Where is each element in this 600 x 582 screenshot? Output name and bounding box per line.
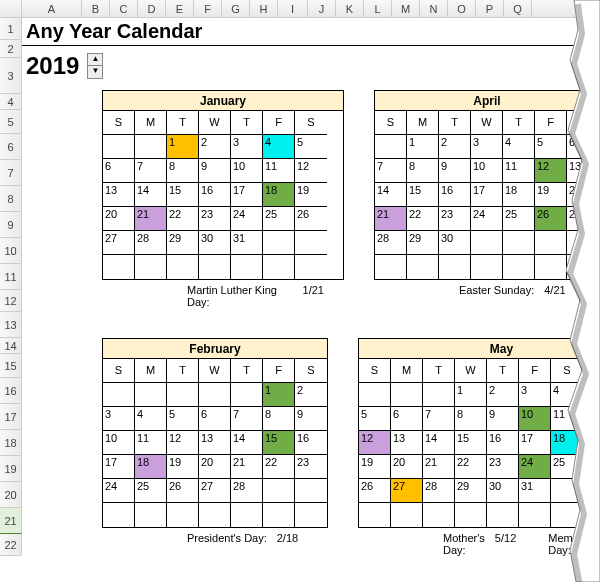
- row-header-16[interactable]: 16: [0, 378, 22, 404]
- col-header-K[interactable]: K: [336, 0, 364, 17]
- day-cell[interactable]: 30: [487, 479, 519, 503]
- day-cell[interactable]: 3: [519, 383, 551, 407]
- row-header-17[interactable]: 17: [0, 404, 22, 430]
- day-cell[interactable]: 10: [471, 159, 503, 183]
- year-spin-down[interactable]: ▼: [87, 66, 103, 79]
- day-cell[interactable]: 15: [407, 183, 439, 207]
- day-cell[interactable]: 22: [455, 455, 487, 479]
- day-cell[interactable]: 8: [263, 407, 295, 431]
- day-cell[interactable]: 12: [295, 159, 327, 183]
- day-cell[interactable]: 22: [167, 207, 199, 231]
- day-cell[interactable]: 23: [295, 455, 327, 479]
- day-cell[interactable]: 9: [439, 159, 471, 183]
- day-cell[interactable]: 5: [167, 407, 199, 431]
- row-header-7[interactable]: 7: [0, 160, 22, 186]
- row-header-6[interactable]: 6: [0, 134, 22, 160]
- day-cell[interactable]: 5: [295, 135, 327, 159]
- day-cell[interactable]: 24: [231, 207, 263, 231]
- day-cell[interactable]: [295, 231, 327, 255]
- day-cell[interactable]: 7: [135, 159, 167, 183]
- row-header-8[interactable]: 8: [0, 186, 22, 212]
- day-cell[interactable]: 27: [567, 207, 599, 231]
- day-cell[interactable]: [135, 135, 167, 159]
- day-cell[interactable]: 4: [135, 407, 167, 431]
- day-cell[interactable]: [295, 255, 327, 279]
- day-cell[interactable]: [391, 383, 423, 407]
- day-cell[interactable]: [263, 255, 295, 279]
- day-cell[interactable]: 2: [295, 383, 327, 407]
- day-cell[interactable]: 6: [567, 135, 599, 159]
- day-cell[interactable]: [423, 383, 455, 407]
- day-cell[interactable]: 13: [391, 431, 423, 455]
- day-cell[interactable]: [167, 383, 199, 407]
- day-cell[interactable]: 26: [535, 207, 567, 231]
- day-cell[interactable]: 14: [423, 431, 455, 455]
- day-cell[interactable]: 12: [359, 431, 391, 455]
- col-header-P[interactable]: P: [476, 0, 504, 17]
- col-header-N[interactable]: N: [420, 0, 448, 17]
- day-cell[interactable]: 5: [535, 135, 567, 159]
- day-cell[interactable]: [231, 503, 263, 527]
- col-header-Q[interactable]: Q: [504, 0, 532, 17]
- day-cell[interactable]: 22: [263, 455, 295, 479]
- day-cell[interactable]: [103, 503, 135, 527]
- day-cell[interactable]: 20: [103, 207, 135, 231]
- row-header-21[interactable]: 21: [0, 508, 22, 534]
- day-cell[interactable]: 21: [231, 455, 263, 479]
- day-cell[interactable]: 15: [455, 431, 487, 455]
- day-cell[interactable]: 23: [487, 455, 519, 479]
- day-cell[interactable]: 4: [503, 135, 535, 159]
- day-cell[interactable]: [263, 503, 295, 527]
- day-cell[interactable]: [535, 255, 567, 279]
- day-cell[interactable]: [503, 231, 535, 255]
- day-cell[interactable]: [135, 503, 167, 527]
- day-cell[interactable]: 31: [231, 231, 263, 255]
- day-cell[interactable]: 4: [263, 135, 295, 159]
- day-cell[interactable]: 9: [199, 159, 231, 183]
- row-header-18[interactable]: 18: [0, 430, 22, 456]
- day-cell[interactable]: 3: [231, 135, 263, 159]
- day-cell[interactable]: 3: [103, 407, 135, 431]
- day-cell[interactable]: 18: [263, 183, 295, 207]
- row-header-10[interactable]: 10: [0, 238, 22, 264]
- row-header-1[interactable]: 1: [0, 18, 22, 40]
- day-cell[interactable]: 15: [167, 183, 199, 207]
- day-cell[interactable]: [231, 383, 263, 407]
- day-cell[interactable]: 10: [103, 431, 135, 455]
- col-header-J[interactable]: J: [308, 0, 336, 17]
- day-cell[interactable]: 2: [487, 383, 519, 407]
- day-cell[interactable]: 19: [295, 183, 327, 207]
- day-cell[interactable]: 31: [519, 479, 551, 503]
- day-cell[interactable]: [471, 255, 503, 279]
- day-cell[interactable]: [551, 503, 583, 527]
- day-cell[interactable]: 6: [199, 407, 231, 431]
- row-header-9[interactable]: 9: [0, 212, 22, 238]
- day-cell[interactable]: 10: [519, 407, 551, 431]
- day-cell[interactable]: 21: [423, 455, 455, 479]
- day-cell[interactable]: 23: [199, 207, 231, 231]
- day-cell[interactable]: 1: [407, 135, 439, 159]
- col-header-E[interactable]: E: [166, 0, 194, 17]
- day-cell[interactable]: [295, 479, 327, 503]
- day-cell[interactable]: [455, 503, 487, 527]
- col-header-O[interactable]: O: [448, 0, 476, 17]
- day-cell[interactable]: 1: [455, 383, 487, 407]
- day-cell[interactable]: 18: [503, 183, 535, 207]
- day-cell[interactable]: 16: [295, 431, 327, 455]
- day-cell[interactable]: [359, 503, 391, 527]
- row-header-5[interactable]: 5: [0, 110, 22, 134]
- day-cell[interactable]: [263, 231, 295, 255]
- day-cell[interactable]: [375, 135, 407, 159]
- col-header-A[interactable]: A: [22, 0, 82, 17]
- day-cell[interactable]: 23: [439, 207, 471, 231]
- day-cell[interactable]: 25: [551, 455, 583, 479]
- day-cell[interactable]: [391, 503, 423, 527]
- day-cell[interactable]: 19: [535, 183, 567, 207]
- year-spinner[interactable]: ▲ ▼: [87, 53, 103, 79]
- day-cell[interactable]: [103, 255, 135, 279]
- day-cell[interactable]: 28: [231, 479, 263, 503]
- day-cell[interactable]: 29: [167, 231, 199, 255]
- day-cell[interactable]: 1: [263, 383, 295, 407]
- day-cell[interactable]: 28: [423, 479, 455, 503]
- day-cell[interactable]: [167, 255, 199, 279]
